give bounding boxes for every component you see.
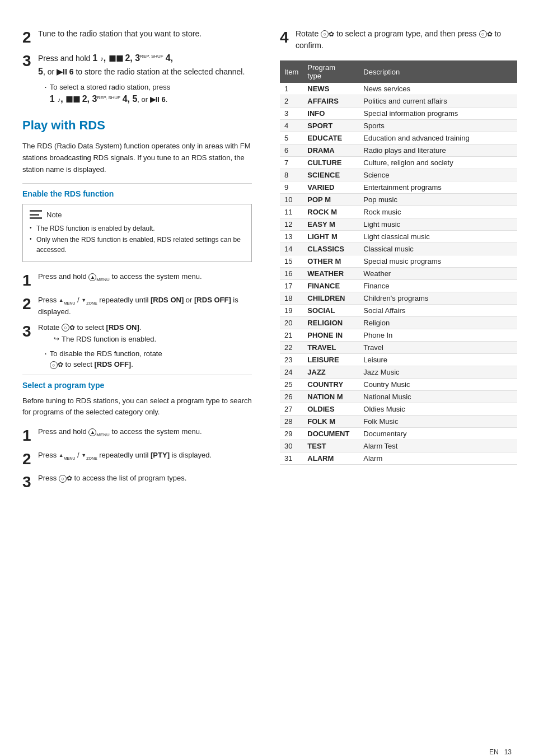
table-cell-desc: Weather — [359, 268, 517, 280]
table-cell-item: 7 — [280, 157, 303, 169]
table-cell-program: COUNTRY — [303, 379, 359, 391]
enable-step-num-1: 1 — [22, 271, 38, 290]
table-cell-item: 17 — [280, 280, 303, 292]
table-cell-item: 31 — [280, 452, 303, 465]
rds-off-subbullet: • To disable the RDS function, rotate ○✿… — [45, 348, 252, 370]
enable-step-1-content: Press and hold ▲MENU to access the syste… — [38, 271, 252, 283]
table-row: 23LEISURELeisure — [280, 354, 517, 366]
table-cell-desc: Special information programs — [359, 108, 517, 120]
table-cell-program: OTHER M — [303, 255, 359, 268]
table-cell-desc: Light music — [359, 218, 517, 231]
select-step-num-3: 3 — [22, 473, 38, 492]
enable-step-2-content: Press ▲MENU / ▼ZONE repeatedly until [RD… — [38, 295, 252, 318]
table-header-desc: Description — [359, 60, 517, 83]
table-cell-desc: Leisure — [359, 354, 517, 366]
table-row: 27OLDIESOldies Music — [280, 403, 517, 416]
table-row: 20RELIGIONReligion — [280, 317, 517, 329]
table-cell-desc: Religion — [359, 317, 517, 329]
select-program-title: Select a program type — [22, 375, 252, 390]
table-cell-program: RELIGION — [303, 317, 359, 329]
enable-rds-step-2: 2 Press ▲MENU / ▼ZONE repeatedly until [… — [22, 295, 252, 318]
table-row: 13LIGHT MLight classical music — [280, 231, 517, 243]
table-cell-program: NATION M — [303, 391, 359, 403]
enable-rds-step-3: 3 Rotate ○✿ to select [RDS ON]. ↪ The RD… — [22, 322, 252, 370]
step-number-2: 2 — [22, 28, 38, 47]
step-3-content: Press and hold 1 ♪, ◼◼ 2, 3REP, SHUF 4, … — [38, 52, 252, 106]
table-cell-item: 1 — [280, 83, 303, 95]
table-row: 25COUNTRYCountry Music — [280, 379, 517, 391]
dial-icon-1: ○ — [62, 324, 69, 332]
table-cell-program: EDUCATE — [303, 132, 359, 144]
table-row: 8SCIENCEScience — [280, 169, 517, 181]
table-cell-item: 2 — [280, 95, 303, 108]
select-step-3-content: Press ○✿ to access the list of program t… — [38, 473, 252, 484]
enable-step-3-content: Rotate ○✿ to select [RDS ON]. ↪ The RDS … — [38, 322, 252, 370]
table-cell-desc: Special music programs — [359, 255, 517, 268]
table-row: 7CULTURECulture, religion and society — [280, 157, 517, 169]
table-row: 30TESTAlarm Test — [280, 440, 517, 452]
press-label: Press — [38, 474, 57, 482]
table-row: 3INFOSpecial information programs — [280, 108, 517, 120]
table-cell-desc: Light classical music — [359, 231, 517, 243]
table-cell-item: 28 — [280, 416, 303, 428]
select-step-3: 3 Press ○✿ to access the list of program… — [22, 473, 252, 492]
table-cell-program: AFFAIRS — [303, 95, 359, 108]
table-cell-program: SOCIAL — [303, 305, 359, 317]
table-row: 26NATION MNational Music — [280, 391, 517, 403]
table-row: 6DRAMARadio plays and literature — [280, 144, 517, 157]
table-cell-desc: Travel — [359, 342, 517, 354]
table-cell-item: 29 — [280, 428, 303, 440]
menu-icon: ▲ — [88, 273, 96, 281]
play-rds-section: Play with RDS The RDS (Radio Data System… — [22, 118, 252, 175]
step-4-right: 4 Rotate ○✿ to select a program type, an… — [280, 28, 517, 52]
table-cell-item: 8 — [280, 169, 303, 181]
table-cell-item: 15 — [280, 255, 303, 268]
table-cell-desc: Education and advanced training — [359, 132, 517, 144]
table-cell-program: LEISURE — [303, 354, 359, 366]
table-row: 12EASY MLight music — [280, 218, 517, 231]
table-cell-program: INFO — [303, 108, 359, 120]
table-cell-item: 13 — [280, 231, 303, 243]
table-cell-desc: Country Music — [359, 379, 517, 391]
step-2-content: Tune to the radio station that you want … — [38, 28, 252, 40]
program-type-table: Item Programtype Description 1NEWSNews s… — [280, 60, 517, 465]
table-cell-program: PHONE IN — [303, 329, 359, 342]
note-box: Note The RDS function is enabled by defa… — [22, 204, 252, 262]
table-cell-program: ALARM — [303, 452, 359, 465]
table-cell-program: VARIED — [303, 181, 359, 194]
table-cell-desc: Alarm Test — [359, 440, 517, 452]
table-row: 17FINANCEFinance — [280, 280, 517, 292]
table-row: 11ROCK MRock music — [280, 206, 517, 218]
table-cell-item: 5 — [280, 132, 303, 144]
table-cell-program: DRAMA — [303, 144, 359, 157]
section-title-play-rds: Play with RDS — [22, 118, 252, 133]
table-cell-item: 20 — [280, 317, 303, 329]
table-cell-item: 22 — [280, 342, 303, 354]
page-footer: EN 13 — [489, 748, 512, 756]
table-row: 28FOLK MFolk Music — [280, 416, 517, 428]
select-step-1: 1 Press and hold ▲MENU to access the sys… — [22, 426, 252, 445]
table-cell-desc: National Music — [359, 391, 517, 403]
lang-label: EN — [489, 748, 499, 756]
table-cell-program: SPORT — [303, 120, 359, 132]
enable-rds-section: Enable the RDS function Note The RDS fun… — [22, 183, 252, 370]
table-cell-item: 30 — [280, 440, 303, 452]
enable-step-num-3: 3 — [22, 322, 38, 341]
table-cell-program: WEATHER — [303, 268, 359, 280]
table-row: 5EDUCATEEducation and advanced training — [280, 132, 517, 144]
table-cell-item: 19 — [280, 305, 303, 317]
table-cell-desc: Social Affairs — [359, 305, 517, 317]
table-cell-item: 4 — [280, 120, 303, 132]
table-row: 4SPORTSports — [280, 120, 517, 132]
table-cell-desc: News services — [359, 83, 517, 95]
table-cell-program: POP M — [303, 194, 359, 206]
table-cell-desc: Oldies Music — [359, 403, 517, 416]
table-cell-item: 16 — [280, 268, 303, 280]
play-rds-body: The RDS (Radio Data System) function ope… — [22, 141, 252, 175]
table-cell-desc: Children's programs — [359, 292, 517, 305]
table-cell-desc: Jazz Music — [359, 366, 517, 379]
table-cell-program: OLDIES — [303, 403, 359, 416]
dial-icon-5: ○ — [479, 30, 487, 38]
table-header-item: Item — [280, 60, 303, 83]
note-icon — [30, 210, 42, 219]
